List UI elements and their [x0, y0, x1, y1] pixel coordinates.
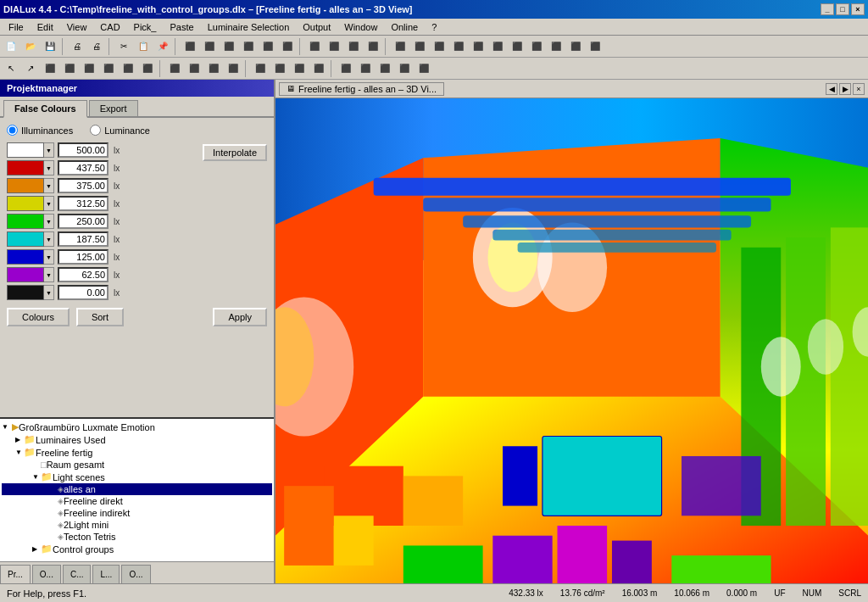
tb16[interactable]: ⬛: [449, 37, 468, 56]
tb2-21[interactable]: ⬛: [415, 59, 433, 78]
color-value-8[interactable]: [58, 285, 108, 300]
color-value-5[interactable]: [58, 231, 108, 247]
copy-btn[interactable]: 📋: [134, 37, 153, 56]
tree-item-lightscenes[interactable]: ▼ 📁 Light scenes: [2, 471, 272, 483]
tb2-6[interactable]: ⬛: [99, 59, 118, 78]
menu-edit[interactable]: Edit: [32, 21, 58, 33]
menu-luminaire-selection[interactable]: Luminaire Selection: [203, 21, 295, 33]
tb2-9[interactable]: ⬛: [165, 59, 184, 78]
tree-item-raum[interactable]: □ Raum gesamt: [2, 459, 272, 471]
cut-btn[interactable]: ✂: [114, 37, 133, 56]
tb3[interactable]: ⬛: [181, 37, 199, 56]
color-value-0[interactable]: [58, 142, 108, 158]
tb2-2[interactable]: ↗: [21, 59, 40, 78]
tb22[interactable]: ⬛: [566, 37, 585, 56]
radio-luminance[interactable]: Luminance: [90, 125, 150, 136]
btab-pr[interactable]: Pr...: [0, 565, 31, 583]
tb2-7[interactable]: ⬛: [119, 59, 137, 78]
tb13[interactable]: ⬛: [391, 37, 409, 56]
color-swatch-1[interactable]: [7, 160, 44, 176]
tb6[interactable]: ⬛: [239, 37, 258, 56]
color-swatch-0[interactable]: [7, 142, 44, 158]
tb2-8[interactable]: ⬛: [138, 59, 157, 78]
tb14[interactable]: ⬛: [410, 37, 429, 56]
btab-c[interactable]: C...: [63, 565, 92, 583]
tb20[interactable]: ⬛: [527, 37, 546, 56]
apply-button[interactable]: Apply: [213, 308, 267, 326]
swatch-arrow-3[interactable]: ▼: [44, 196, 54, 211]
color-value-7[interactable]: [58, 267, 108, 282]
tb21[interactable]: ⬛: [547, 37, 565, 56]
tb15[interactable]: ⬛: [430, 37, 448, 56]
tb19[interactable]: ⬛: [508, 37, 526, 56]
color-value-2[interactable]: [58, 178, 108, 193]
btab-o2[interactable]: O...: [121, 565, 150, 583]
tree-view[interactable]: ▼ ▶ Großraumbüro Luxmate Emotion ▶ 📁 Lum…: [0, 417, 274, 561]
tb18[interactable]: ⬛: [488, 37, 507, 56]
view-prev-btn[interactable]: ◀: [826, 83, 837, 95]
menu-online[interactable]: Online: [386, 21, 423, 33]
color-swatch-2[interactable]: [7, 178, 44, 193]
tb2-18[interactable]: ⬛: [356, 59, 375, 78]
menu-window[interactable]: Window: [339, 21, 382, 33]
tb23[interactable]: ⬛: [586, 37, 604, 56]
open-btn[interactable]: 📂: [21, 37, 40, 56]
color-swatch-3[interactable]: [7, 196, 44, 211]
print-btn[interactable]: 🖨: [68, 37, 86, 56]
tab-false-colours[interactable]: False Colours: [3, 100, 87, 118]
tb2-10[interactable]: ⬛: [185, 59, 203, 78]
view-next-btn[interactable]: ▶: [839, 83, 851, 95]
save-btn[interactable]: 💾: [41, 37, 59, 56]
swatch-arrow-7[interactable]: ▼: [44, 267, 54, 282]
menu-view[interactable]: View: [62, 21, 92, 33]
btab-l[interactable]: L...: [92, 565, 120, 583]
tb9[interactable]: ⬛: [305, 37, 324, 56]
tree-item-freeline[interactable]: ▼ 📁 Freeline fertig: [2, 446, 272, 459]
new-btn[interactable]: 📄: [2, 37, 20, 56]
menu-paste[interactable]: Paste: [165, 21, 199, 33]
menu-help[interactable]: ?: [426, 21, 442, 33]
view-close-btn[interactable]: ×: [853, 83, 865, 95]
swatch-arrow-1[interactable]: ▼: [44, 160, 54, 176]
radio-illuminances[interactable]: Illuminances: [7, 125, 73, 136]
swatch-arrow-6[interactable]: ▼: [44, 249, 54, 265]
btab-o1[interactable]: O...: [32, 565, 61, 583]
tab-export[interactable]: Export: [89, 100, 138, 116]
tb2-4[interactable]: ⬛: [60, 59, 79, 78]
minimize-button[interactable]: _: [821, 3, 834, 15]
close-button[interactable]: ×: [851, 3, 865, 15]
swatch-arrow-2[interactable]: ▼: [44, 178, 54, 193]
tree-item-fl-indirekt[interactable]: ◈ Freeline indirekt: [2, 507, 272, 519]
tb10[interactable]: ⬛: [325, 37, 343, 56]
swatch-arrow-4[interactable]: ▼: [44, 214, 54, 229]
sort-button[interactable]: Sort: [76, 308, 124, 326]
menu-file[interactable]: File: [3, 21, 29, 33]
tb2-15[interactable]: ⬛: [290, 59, 309, 78]
tree-item-luminaires[interactable]: ▶ 📁 Luminaires Used: [2, 433, 272, 446]
tb2-12[interactable]: ⬛: [224, 59, 242, 78]
tb4[interactable]: ⬛: [200, 37, 219, 56]
paste-btn[interactable]: 📌: [153, 37, 172, 56]
color-swatch-4[interactable]: [7, 214, 44, 229]
tree-item-fl-direkt[interactable]: ◈ Freeline direkt: [2, 495, 272, 507]
tb2-3[interactable]: ⬛: [41, 59, 59, 78]
select-btn[interactable]: ↖: [2, 59, 20, 78]
color-swatch-6[interactable]: [7, 249, 44, 265]
tree-item-alles-an[interactable]: ◈ alles an: [2, 483, 272, 495]
tb2-17[interactable]: ⬛: [337, 59, 355, 78]
colours-button[interactable]: Colours: [7, 308, 70, 326]
swatch-arrow-5[interactable]: ▼: [44, 231, 54, 247]
tb2-13[interactable]: ⬛: [251, 59, 270, 78]
tb2-5[interactable]: ⬛: [80, 59, 98, 78]
color-value-4[interactable]: [58, 214, 108, 229]
tree-item-control[interactable]: ▶ 📁 Control groups: [2, 543, 272, 555]
tb2-11[interactable]: ⬛: [204, 59, 223, 78]
color-swatch-8[interactable]: [7, 285, 44, 300]
swatch-arrow-8[interactable]: ▼: [44, 285, 54, 300]
color-value-1[interactable]: [58, 160, 108, 176]
maximize-button[interactable]: □: [836, 3, 849, 15]
menu-output[interactable]: Output: [298, 21, 336, 33]
interpolate-button[interactable]: Interpolate: [203, 144, 267, 161]
tb2-19[interactable]: ⬛: [376, 59, 394, 78]
tb8[interactable]: ⬛: [278, 37, 297, 56]
